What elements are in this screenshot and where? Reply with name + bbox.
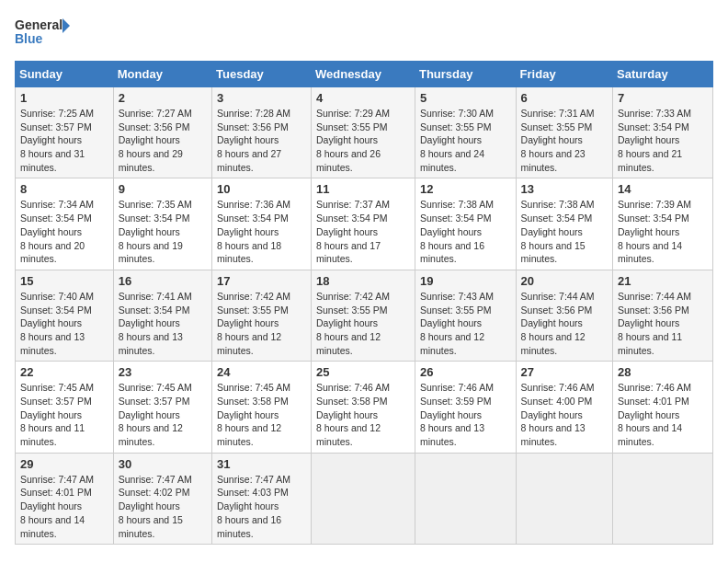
sunrise-label: Sunrise: 7:38 AM <box>521 199 595 210</box>
sunrise-label: Sunrise: 7:45 AM <box>217 382 290 393</box>
sunrise-label: Sunrise: 7:46 AM <box>316 382 390 393</box>
calendar-cell: 3 Sunrise: 7:28 AM Sunset: 3:56 PM Dayli… <box>212 87 312 178</box>
sunset-label: Sunset: 3:55 PM <box>521 121 593 132</box>
day-info: Sunrise: 7:46 AM Sunset: 3:58 PM Dayligh… <box>316 381 410 448</box>
day-number: 28 <box>618 365 708 379</box>
daylight-label: Daylight hours <box>217 134 279 145</box>
day-number: 23 <box>119 365 207 379</box>
weekday-header-tuesday: Tuesday <box>212 62 312 87</box>
sunset-label: Sunset: 3:56 PM <box>521 304 593 316</box>
day-info: Sunrise: 7:43 AM Sunset: 3:55 PM Dayligh… <box>420 290 511 357</box>
calendar-cell: 5 Sunrise: 7:30 AM Sunset: 3:55 PM Dayli… <box>415 87 516 178</box>
sunset-label: Sunset: 3:54 PM <box>217 213 289 224</box>
daylight-label: Daylight hours <box>20 134 82 145</box>
sunset-label: Sunset: 3:54 PM <box>20 304 92 316</box>
day-number: 26 <box>420 365 511 379</box>
day-info: Sunrise: 7:41 AM Sunset: 3:54 PM Dayligh… <box>119 290 207 357</box>
daylight-label: Daylight hours <box>217 317 279 328</box>
day-info: Sunrise: 7:28 AM Sunset: 3:56 PM Dayligh… <box>217 107 306 174</box>
daylight-label: Daylight hours <box>420 409 482 420</box>
sunset-label: Sunset: 4:01 PM <box>618 396 689 407</box>
daylight-value: 8 hours and 21 minutes. <box>618 148 682 173</box>
day-number: 31 <box>217 457 306 471</box>
daylight-label: Daylight hours <box>420 317 482 328</box>
daylight-label: Daylight hours <box>420 226 482 237</box>
sunrise-label: Sunrise: 7:40 AM <box>20 291 94 302</box>
day-number: 6 <box>521 91 608 105</box>
day-number: 20 <box>521 274 608 288</box>
calendar-cell: 19 Sunrise: 7:43 AM Sunset: 3:55 PM Dayl… <box>415 270 516 361</box>
calendar-cell: 21 Sunrise: 7:44 AM Sunset: 3:56 PM Dayl… <box>613 270 713 361</box>
daylight-label: Daylight hours <box>119 317 180 328</box>
calendar-cell: 31 Sunrise: 7:47 AM Sunset: 4:03 PM Dayl… <box>212 453 312 544</box>
sunrise-label: Sunrise: 7:30 AM <box>420 108 494 119</box>
calendar-week-row: 8 Sunrise: 7:34 AM Sunset: 3:54 PM Dayli… <box>16 178 713 270</box>
calendar-cell: 8 Sunrise: 7:34 AM Sunset: 3:54 PM Dayli… <box>16 178 114 270</box>
day-number: 27 <box>521 365 608 379</box>
day-info: Sunrise: 7:47 AM Sunset: 4:01 PM Dayligh… <box>20 473 108 540</box>
day-number: 5 <box>420 91 511 105</box>
logo: General Blue <box>15 15 70 52</box>
daylight-value: 8 hours and 15 minutes. <box>119 514 183 539</box>
sunrise-label: Sunrise: 7:27 AM <box>119 108 192 119</box>
sunset-label: Sunset: 4:03 PM <box>217 487 289 498</box>
sunrise-label: Sunrise: 7:45 AM <box>20 382 94 393</box>
day-info: Sunrise: 7:44 AM Sunset: 3:56 PM Dayligh… <box>521 290 608 357</box>
calendar-cell: 9 Sunrise: 7:35 AM Sunset: 3:54 PM Dayli… <box>113 178 211 270</box>
daylight-value: 8 hours and 23 minutes. <box>521 148 586 173</box>
calendar-week-row: 1 Sunrise: 7:25 AM Sunset: 3:57 PM Dayli… <box>16 87 713 178</box>
daylight-value: 8 hours and 14 minutes. <box>618 240 682 265</box>
sunrise-label: Sunrise: 7:47 AM <box>119 474 192 485</box>
day-info: Sunrise: 7:33 AM Sunset: 3:54 PM Dayligh… <box>618 107 708 174</box>
calendar-table: SundayMondayTuesdayWednesdayThursdayFrid… <box>15 61 713 545</box>
day-number: 1 <box>20 91 108 105</box>
daylight-label: Daylight hours <box>20 317 82 328</box>
sunrise-label: Sunrise: 7:46 AM <box>618 382 691 393</box>
calendar-cell: 30 Sunrise: 7:47 AM Sunset: 4:02 PM Dayl… <box>113 453 211 544</box>
sunset-label: Sunset: 3:54 PM <box>119 304 190 316</box>
day-number: 4 <box>316 91 410 105</box>
sunset-label: Sunset: 3:56 PM <box>217 121 289 132</box>
day-info: Sunrise: 7:42 AM Sunset: 3:55 PM Dayligh… <box>217 290 306 357</box>
day-info: Sunrise: 7:31 AM Sunset: 3:55 PM Dayligh… <box>521 107 608 174</box>
calendar-cell: 6 Sunrise: 7:31 AM Sunset: 3:55 PM Dayli… <box>516 87 612 178</box>
daylight-label: Daylight hours <box>316 317 378 328</box>
daylight-label: Daylight hours <box>618 317 679 328</box>
day-info: Sunrise: 7:40 AM Sunset: 3:54 PM Dayligh… <box>20 290 108 357</box>
daylight-value: 8 hours and 12 minutes. <box>217 422 281 447</box>
day-number: 13 <box>521 182 608 196</box>
sunset-label: Sunset: 3:57 PM <box>119 396 190 407</box>
calendar-cell: 20 Sunrise: 7:44 AM Sunset: 3:56 PM Dayl… <box>516 270 612 361</box>
daylight-label: Daylight hours <box>20 500 82 511</box>
day-info: Sunrise: 7:45 AM Sunset: 3:57 PM Dayligh… <box>119 381 207 448</box>
day-number: 22 <box>20 365 108 379</box>
sunset-label: Sunset: 3:56 PM <box>618 304 689 316</box>
day-info: Sunrise: 7:25 AM Sunset: 3:57 PM Dayligh… <box>20 107 108 174</box>
calendar-cell: 27 Sunrise: 7:46 AM Sunset: 4:00 PM Dayl… <box>516 362 612 453</box>
sunset-label: Sunset: 3:58 PM <box>316 396 388 407</box>
daylight-label: Daylight hours <box>217 500 279 511</box>
day-info: Sunrise: 7:36 AM Sunset: 3:54 PM Dayligh… <box>217 198 306 265</box>
day-info: Sunrise: 7:47 AM Sunset: 4:03 PM Dayligh… <box>217 473 306 540</box>
day-number: 8 <box>20 182 108 196</box>
sunset-label: Sunset: 3:55 PM <box>420 304 492 316</box>
daylight-label: Daylight hours <box>618 226 679 237</box>
day-number: 30 <box>119 457 207 471</box>
daylight-label: Daylight hours <box>316 409 378 420</box>
calendar-week-row: 22 Sunrise: 7:45 AM Sunset: 3:57 PM Dayl… <box>16 362 713 453</box>
daylight-value: 8 hours and 13 minutes. <box>20 331 85 356</box>
daylight-label: Daylight hours <box>521 409 583 420</box>
daylight-value: 8 hours and 11 minutes. <box>20 422 85 447</box>
daylight-value: 8 hours and 24 minutes. <box>420 148 484 173</box>
calendar-cell: 16 Sunrise: 7:41 AM Sunset: 3:54 PM Dayl… <box>113 270 211 361</box>
calendar-cell <box>311 453 415 544</box>
daylight-value: 8 hours and 17 minutes. <box>316 240 381 265</box>
sunrise-label: Sunrise: 7:25 AM <box>20 108 94 119</box>
sunset-label: Sunset: 3:55 PM <box>316 304 388 316</box>
daylight-value: 8 hours and 12 minutes. <box>119 422 183 447</box>
daylight-value: 8 hours and 12 minutes. <box>521 331 586 356</box>
daylight-value: 8 hours and 31 minutes. <box>20 148 85 173</box>
sunset-label: Sunset: 4:01 PM <box>20 487 92 498</box>
day-number: 17 <box>217 274 306 288</box>
day-info: Sunrise: 7:47 AM Sunset: 4:02 PM Dayligh… <box>119 473 207 540</box>
